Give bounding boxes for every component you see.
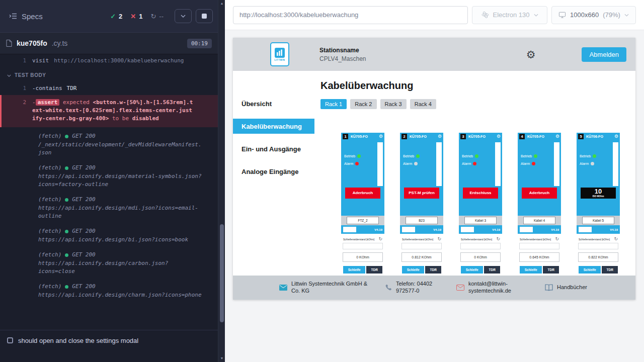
tab-rack-2[interactable]: Rack 2 xyxy=(350,99,376,109)
measurement-selector[interactable] xyxy=(343,243,383,249)
stop-button[interactable] xyxy=(196,9,213,23)
refresh-icon[interactable]: ↻ xyxy=(614,237,618,241)
fetch-log-entry[interactable]: (fetch)GET 200 https://api.iconify.desig… xyxy=(0,164,218,189)
device-settings-icon[interactable]: ⚙ xyxy=(379,134,383,139)
stage-body: LITTWIN Stationsname CPLV4_Maschen ⚙ Abm… xyxy=(225,30,644,362)
url-text: http://localhost:3000/kabelueberwachung xyxy=(239,11,358,19)
fetch-log-entry[interactable]: (fetch)GET 200 https://api.iconify.desig… xyxy=(0,251,218,276)
version-row: V4.19 xyxy=(518,225,561,234)
schleife-button[interactable]: Schleife xyxy=(579,266,601,274)
next-test-row[interactable]: should open and close the settings modal xyxy=(0,330,218,362)
app-sidebar: Übersicht Kabelüberwachung Ein- und Ausg… xyxy=(233,71,314,276)
browser-select[interactable]: Electron 130 xyxy=(472,6,547,24)
tdr-button[interactable]: TDR xyxy=(366,266,382,274)
cable-name[interactable]: Kabel 5 xyxy=(582,217,614,224)
fetch-status: GET 200 xyxy=(72,227,95,235)
measurement-label: Schleifenwiderstand [kOhm] xyxy=(343,238,374,241)
version-box xyxy=(461,227,474,232)
tdr-button[interactable]: TDR xyxy=(425,266,441,274)
measurement-label: Schleifenwiderstand [kOhm] xyxy=(402,238,433,241)
measurement-selector[interactable] xyxy=(519,243,559,249)
device-card: 2 KÜ705-FO ⚙ Betrieb Alarm PST-M prüfen xyxy=(400,133,443,276)
refresh-icon[interactable]: ↻ xyxy=(496,237,500,241)
device-settings-icon[interactable]: ⚙ xyxy=(438,134,442,139)
electron-icon xyxy=(481,11,489,19)
line-number: 1 xyxy=(0,57,32,65)
fetch-tag: (fetch) xyxy=(38,164,61,172)
device-cards: 1 KÜ705-FO ⚙ Betrieb Alarm Aderbruch xyxy=(341,133,635,276)
device-settings-icon[interactable]: ⚙ xyxy=(614,134,618,139)
scroll-up-icon[interactable]: ▲ xyxy=(218,1,225,6)
fetch-log-entry[interactable]: (fetch)GET 200 https://api.iconify.desig… xyxy=(0,283,218,299)
command-name: visit xyxy=(32,57,49,65)
sidebar-item-uebersicht[interactable]: Übersicht xyxy=(233,96,314,111)
collapse-button[interactable] xyxy=(175,9,192,23)
tab-rack-4[interactable]: Rack 4 xyxy=(410,99,436,109)
status-button[interactable]: Aderbruch xyxy=(522,188,557,199)
cable-name[interactable]: Kabel 4 xyxy=(523,217,555,224)
schleife-button[interactable]: Schleife xyxy=(343,266,365,274)
tdr-button[interactable]: TDR xyxy=(543,266,559,274)
device-title: KÜ705-FO xyxy=(351,135,379,138)
refresh-icon[interactable]: ↻ xyxy=(555,237,559,241)
fetch-tag: (fetch) xyxy=(38,283,61,291)
line-number: 1 xyxy=(0,84,32,93)
assert-tobe: to be xyxy=(112,115,129,122)
sidebar-item-kabelueberwachung[interactable]: Kabelüberwachung xyxy=(233,119,314,134)
fetch-log-entry[interactable]: (fetch)GET 200 https://api.iconify.desig… xyxy=(0,227,218,244)
line-number: 2 xyxy=(2,99,32,123)
specs-button[interactable]: Specs xyxy=(5,9,47,24)
spec-header[interactable]: kue705fo .cy.ts 00:19 xyxy=(0,32,218,54)
scrollbar-thumb[interactable] xyxy=(220,224,224,322)
logout-button[interactable]: Abmelden xyxy=(582,47,626,62)
fetch-log-entry[interactable]: (fetch)GET 200 /_next/static/development… xyxy=(0,132,218,157)
schleife-button[interactable]: Schleife xyxy=(520,266,542,274)
command-visit[interactable]: 1 visit http://localhost:3000/kabelueber… xyxy=(0,55,218,66)
tab-rack-3[interactable]: Rack 3 xyxy=(380,99,407,109)
fetch-log-entry[interactable]: (fetch)GET 200 https://api.iconify.desig… xyxy=(0,196,218,220)
schleife-button[interactable]: Schleife xyxy=(461,266,483,274)
viewport-select[interactable]: 1000x660 (79%) xyxy=(551,6,636,24)
failed-assert[interactable]: 2 -assert expected <button.w-[50%].h-[1.… xyxy=(0,95,218,127)
sidebar-item-ein-und-ausgaenge[interactable]: Ein- und Ausgänge xyxy=(233,141,314,156)
file-icon xyxy=(6,40,12,47)
schleife-button[interactable]: Schleife xyxy=(402,266,424,274)
command-contains[interactable]: 1 -contains TDR xyxy=(0,83,218,94)
measurement-selector[interactable] xyxy=(460,243,501,249)
footer-manuals[interactable]: Handbücher xyxy=(545,284,587,291)
tdr-button[interactable]: TDR xyxy=(602,266,618,274)
scroll-down-icon[interactable]: ▼ xyxy=(218,356,225,361)
station-value: CPLV4_Maschen xyxy=(319,55,366,62)
sidebar-item-analoge-eingaenge[interactable]: Analoge Eingänge xyxy=(233,164,314,179)
status-button[interactable]: 10ISO MOhm xyxy=(581,188,616,199)
tdr-button[interactable]: TDR xyxy=(484,266,500,274)
status-button[interactable]: Erdschluss xyxy=(463,188,498,199)
cable-name[interactable]: FTZ_2 xyxy=(347,217,379,224)
cable-name[interactable]: Kabel 3 xyxy=(464,217,497,224)
refresh-icon[interactable]: ↻ xyxy=(378,237,382,241)
measurement-selector[interactable] xyxy=(401,243,442,249)
stat-passed: ✓2 xyxy=(110,13,122,20)
measurement-selector[interactable] xyxy=(578,243,618,249)
status-button[interactable]: PST-M prüfen xyxy=(404,188,439,199)
reporter-scrollbar[interactable]: ▲ ▼ xyxy=(218,0,225,362)
cable-name[interactable]: B23 xyxy=(406,217,438,224)
measurement-panel: Schleifenwiderstand [kOhm]↻ 0 KOhm Schle… xyxy=(459,234,502,276)
spec-extension: .cy.ts xyxy=(52,39,68,47)
chevron-down-icon xyxy=(534,14,538,17)
settings-gear-icon[interactable]: ⚙ xyxy=(526,49,536,60)
card-header: 4 KÜ705-FO ⚙ xyxy=(518,133,561,140)
footer-email[interactable]: kontakt@littwin-systemtechnik.de xyxy=(456,281,545,295)
refresh-icon[interactable]: ↻ xyxy=(437,237,441,241)
version-label: V4.19 xyxy=(492,228,500,231)
tab-rack-1[interactable]: Rack 1 xyxy=(320,99,347,109)
test-icon xyxy=(7,337,13,343)
logo-mark-icon xyxy=(275,48,285,58)
status-button[interactable]: Aderbruch xyxy=(345,188,380,199)
device-settings-icon[interactable]: ⚙ xyxy=(497,134,501,139)
test-body-header[interactable]: TEST BODY xyxy=(0,66,218,83)
device-settings-icon[interactable]: ⚙ xyxy=(555,134,559,139)
viewport-size: 1000x660 xyxy=(570,11,599,19)
device-card: 4 KÜ705-FO ⚙ Betrieb Alarm Aderbruch xyxy=(518,133,561,276)
url-input[interactable]: http://localhost:3000/kabelueberwachung xyxy=(233,6,468,24)
